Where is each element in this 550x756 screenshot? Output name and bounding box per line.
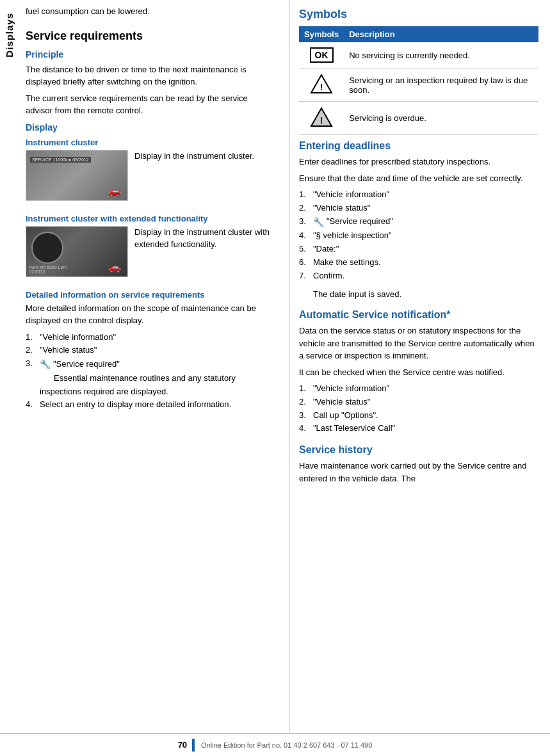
step-text: "Vehicle information" bbox=[313, 188, 389, 202]
step-num: 1. bbox=[26, 331, 37, 344]
list-item: 1. "Vehicle information" bbox=[299, 188, 538, 202]
step-num: 5. bbox=[299, 243, 311, 256]
service-history-body: Have maintenance work carried out by the… bbox=[299, 460, 538, 485]
auto-service-steps: 1. "Vehicle information" 2. "Vehicle sta… bbox=[299, 382, 538, 435]
list-item: 3. 🔧 "Service required" bbox=[26, 357, 275, 372]
warning-triangle-major-icon: ! bbox=[310, 107, 333, 127]
service-icon-inline: 🔧 "Service required" bbox=[313, 215, 393, 229]
symbols-table-body: OK No servicing is currently needed. ! bbox=[299, 42, 538, 135]
symbols-header-row: Symbols Description bbox=[299, 26, 538, 42]
symbols-heading: Symbols bbox=[299, 8, 538, 21]
step-text: "Last Teleservice Call" bbox=[313, 422, 395, 435]
speedometer-circle bbox=[31, 232, 63, 264]
svg-text:!: ! bbox=[320, 115, 323, 125]
warning-svg-filled: ! bbox=[310, 107, 333, 127]
step-num: 7. bbox=[299, 269, 311, 283]
step-num: 2. bbox=[299, 202, 311, 215]
instrument-cluster-heading: Instrument cluster bbox=[26, 138, 275, 147]
ok-symbol: OK bbox=[310, 47, 334, 63]
list-item: 7. Confirm. bbox=[299, 269, 538, 283]
list-item: 3. Call up "Options". bbox=[299, 409, 538, 422]
step-num: 1. bbox=[299, 188, 311, 202]
table-row: ! Servicing or an inspection required by… bbox=[299, 68, 538, 102]
display-heading: Display bbox=[26, 122, 275, 133]
step-text: Confirm. bbox=[313, 269, 344, 283]
sidebar: Displays bbox=[0, 0, 18, 756]
step-subitem: Essential maintenance routines and any s… bbox=[40, 373, 236, 396]
wrench-icon: 🔧 bbox=[313, 215, 324, 229]
symbol-cell-ok: OK bbox=[299, 42, 344, 68]
page-wrapper: Displays fuel consumption can be lowered… bbox=[0, 0, 550, 756]
auto-service-body2: It can be checked when the Service centr… bbox=[299, 366, 538, 379]
saved-note: The date input is saved. bbox=[313, 288, 538, 301]
description-col-header: Description bbox=[344, 26, 538, 42]
instrument-cluster-image: SERVICE 11000km 09/2012 🚗 bbox=[26, 150, 128, 201]
right-column: Symbols Symbols Description OK No serv bbox=[293, 0, 550, 756]
instrument-cluster-extended-desc: Display in the instrument cluster with e… bbox=[134, 226, 275, 251]
cluster-car-icon: 🚗 bbox=[108, 185, 121, 197]
step-num: 4. bbox=[299, 229, 311, 243]
list-item: 6. Make the settings. bbox=[299, 256, 538, 269]
entering-deadlines-body2: Ensure that the date and time of the veh… bbox=[299, 172, 538, 185]
step-num: 3. bbox=[299, 409, 311, 422]
list-item: 4. Select an entry to display more detai… bbox=[26, 398, 275, 412]
cluster-ext-text: Rem km 6800 Lpm02/2012 bbox=[29, 265, 67, 274]
step-num: 3. bbox=[299, 215, 311, 230]
left-column: fuel consumption can be lowered. Service… bbox=[18, 0, 287, 756]
list-item: 2. "Vehicle status" bbox=[299, 396, 538, 409]
list-item: 3. 🔧 "Service required" bbox=[299, 215, 538, 230]
principle-heading: Principle bbox=[26, 49, 275, 60]
footer-bar bbox=[192, 739, 195, 752]
sidebar-label: Displays bbox=[4, 13, 15, 58]
step-text: Select an entry to display more detailed… bbox=[40, 398, 231, 412]
symbol-cell-warning-minor: ! bbox=[299, 68, 344, 102]
step-text: "Vehicle information" bbox=[40, 331, 116, 344]
step-text: "Vehicle status" bbox=[313, 396, 370, 409]
entering-deadlines-steps: 1. "Vehicle information" 2. "Vehicle sta… bbox=[299, 188, 538, 283]
cluster-service-label: SERVICE 11000km 09/2012 bbox=[30, 157, 91, 163]
step-num: 1. bbox=[299, 382, 311, 396]
list-item: 1. "Vehicle information" bbox=[299, 382, 538, 396]
service-icon-row: 🔧 "Service required" bbox=[40, 357, 120, 371]
step-text: "Vehicle status" bbox=[40, 344, 97, 357]
symbols-table: Symbols Description OK No servicing is c… bbox=[299, 26, 538, 135]
step-num: 4. bbox=[299, 422, 311, 435]
step-text: Call up "Options". bbox=[313, 409, 378, 422]
detailed-info-steps: 1. "Vehicle information" 2. "Vehicle sta… bbox=[26, 331, 275, 412]
description-cell: Servicing or an inspection required by l… bbox=[344, 68, 538, 102]
step-text: 🔧 "Service required" bbox=[313, 215, 393, 230]
instrument-cluster-desc: Display in the instrument cluster. bbox=[134, 150, 275, 163]
detailed-info-heading: Detailed information on service requirem… bbox=[26, 290, 275, 300]
auto-service-body1: Data on the service status or on statuto… bbox=[299, 325, 538, 362]
automatic-service-heading: Automatic Service notification* bbox=[299, 309, 538, 321]
service-requirements-heading: Service requirements bbox=[26, 29, 275, 43]
description-cell: No servicing is currently needed. bbox=[344, 42, 538, 68]
description-cell: Servicing is overdue. bbox=[344, 102, 538, 135]
cluster-ext-inner: 🚗 Rem km 6800 Lpm02/2012 bbox=[26, 227, 127, 277]
step-service-text: "Service required" bbox=[53, 358, 120, 371]
warning-svg: ! bbox=[310, 74, 333, 94]
step-num: 6. bbox=[299, 256, 311, 269]
cluster-image-inner: SERVICE 11000km 09/2012 🚗 bbox=[26, 150, 127, 200]
symbol-cell-warning-major: ! bbox=[299, 102, 344, 135]
cluster-ext-car-icon: 🚗 bbox=[108, 261, 121, 273]
top-text: fuel consumption can be lowered. bbox=[26, 5, 275, 18]
footer-footnote: Online Edition for Part no. 01 40 2 607 … bbox=[201, 741, 372, 749]
symbols-col-header: Symbols bbox=[299, 26, 344, 42]
step-num: 3. bbox=[26, 357, 37, 372]
principle-body2: The current service requirements can be … bbox=[26, 92, 275, 117]
list-item: 4. "Last Teleservice Call" bbox=[299, 422, 538, 435]
instrument-cluster-extended-heading: Instrument cluster with extended functio… bbox=[26, 214, 275, 223]
principle-body1: The distance to be driven or time to the… bbox=[26, 63, 275, 88]
step-text: 🔧 "Service required" bbox=[40, 357, 120, 372]
instrument-cluster-extended-row: 🚗 Rem km 6800 Lpm02/2012 Display in the … bbox=[26, 226, 275, 284]
wrench-icon: 🔧 bbox=[40, 357, 51, 371]
list-item: 5. "Date:" bbox=[299, 243, 538, 256]
list-item: 1. "Vehicle information" bbox=[26, 331, 275, 344]
instrument-cluster-extended-image: 🚗 Rem km 6800 Lpm02/2012 bbox=[26, 226, 128, 277]
instrument-cluster-row: SERVICE 11000km 09/2012 🚗 Display in the… bbox=[26, 150, 275, 207]
table-row: ! Servicing is overdue. bbox=[299, 102, 538, 135]
entering-deadlines-heading: Entering deadlines bbox=[299, 140, 538, 152]
step-text: "Vehicle status" bbox=[313, 202, 370, 215]
page-footer: 70 Online Edition for Part no. 01 40 2 6… bbox=[0, 733, 550, 756]
